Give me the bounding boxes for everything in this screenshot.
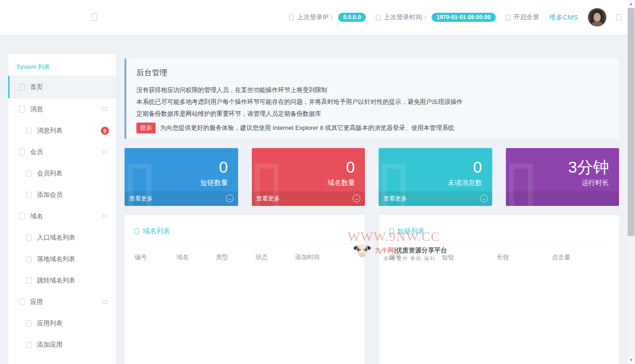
- sidebar-item-messages[interactable]: 消息: [8, 98, 116, 120]
- card-footer: [506, 191, 619, 206]
- sidebar-item-message-list[interactable]: 消息列表 0: [8, 120, 116, 141]
- stat-card-unread-messages[interactable]: 0 未读消息数 查看更多 →: [379, 148, 492, 206]
- user-avatar[interactable]: [588, 8, 606, 26]
- panel-title-domains: 域名列表: [135, 215, 354, 236]
- column-header: 类型: [216, 248, 255, 267]
- collapse-icon: [102, 108, 107, 111]
- sidebar-item-label: 落地域名列表: [37, 255, 75, 263]
- panel-title-text: 短链列表: [397, 227, 425, 236]
- top-header: 上次登录IP： 0.0.0.0 上次登录时间： 1970-01-01 08:00…: [0, 0, 635, 35]
- sidebar-title: System 列表: [8, 54, 116, 76]
- list-icon: [26, 170, 31, 177]
- short-link-list-panel: 短链列表 编号 短链 长链 点击量: [379, 215, 619, 364]
- sidebar-item-label: 会员列表: [37, 169, 62, 178]
- view-more-link[interactable]: 查看更多: [129, 191, 153, 206]
- view-more-link[interactable]: 查看更多: [256, 191, 280, 206]
- arrow-right-icon[interactable]: →: [480, 195, 488, 202]
- column-header: 点击量: [552, 248, 609, 267]
- last-login-time: 上次登录时间： 1970-01-01 08:00:00: [376, 13, 495, 22]
- sidebar-item-apps[interactable]: 应用: [8, 291, 116, 313]
- table-header-row: 编号 域名 类型 状态 添加时间: [135, 248, 354, 267]
- table-header-row: 编号 短链 长链 点击量: [389, 248, 609, 267]
- sidebar-item-home[interactable]: 首页: [8, 76, 116, 98]
- list-icon: [26, 256, 31, 262]
- app-icon: [19, 298, 25, 305]
- stat-label: 未读消息数: [379, 175, 492, 187]
- stat-label: 运行时长: [506, 175, 619, 187]
- list-icon: [26, 277, 31, 284]
- last-login-ip-label: 上次登录IP：: [297, 13, 335, 21]
- last-login-time-label: 上次登录时间：: [384, 13, 428, 21]
- sidebar-item-domains[interactable]: 域名: [8, 205, 116, 227]
- sidebar-item-label: 入口域名列表: [37, 234, 75, 242]
- notifications-icon[interactable]: [616, 14, 621, 21]
- sidebar-item-label: 域名: [30, 212, 43, 220]
- view-more-link[interactable]: 查看更多: [383, 191, 407, 206]
- note-line: 没有获得相应访问权限的管理人员，在某些功能操作环节上将受到限制: [136, 84, 609, 96]
- list-icon: [135, 228, 139, 234]
- sidebar-item-label: 应用: [30, 298, 43, 306]
- arrow-right-icon[interactable]: →: [226, 195, 234, 202]
- collapse-icon: [102, 150, 107, 154]
- last-login-time-value: 1970-01-01 08:00:00: [432, 13, 495, 22]
- stat-cards-row: 0 短链数量 查看更多 → 0 域名数量 查看更多 → 0 未读消息数 查看更多…: [125, 148, 619, 206]
- domain-table: 编号 域名 类型 状态 添加时间: [135, 248, 354, 267]
- stat-card-short-links[interactable]: 0 短链数量 查看更多 →: [125, 148, 238, 206]
- list-icon: [26, 235, 31, 241]
- sidebar-item-label: 消息列表: [37, 127, 62, 135]
- sidebar: System 列表 首页 消息 消息列表 0 会员 会员列表 添加会员 域名 入…: [8, 54, 116, 364]
- column-header: 编号: [135, 248, 177, 267]
- vertical-scrollbar[interactable]: ▲ ▼: [627, 0, 635, 364]
- clock-icon: [376, 15, 380, 21]
- stat-label: 短链数量: [125, 175, 238, 187]
- fullscreen-button[interactable]: 开启全屏: [506, 13, 539, 21]
- collapse-icon: [102, 215, 107, 218]
- sidebar-item-redirect-domain-list[interactable]: 跳转域名列表: [8, 270, 116, 291]
- panel-title-text: 域名列表: [143, 227, 170, 236]
- divider: [135, 244, 354, 244]
- tip-row: 提示 为向您提供更好的服务体验，建议您使用 Internet Explorer …: [136, 123, 609, 133]
- unread-badge: 0: [101, 127, 109, 135]
- sidebar-item-app-list[interactable]: 应用列表: [8, 313, 116, 334]
- admin-note-panel: 后台管理 没有获得相应访问权限的管理人员，在某些功能操作环节上将受到限制 本系统…: [125, 58, 619, 139]
- sidebar-item-label: 会员: [30, 148, 43, 156]
- plus-icon: [26, 342, 31, 348]
- sidebar-toggle-icon[interactable]: [92, 13, 97, 21]
- list-icon: [389, 228, 394, 234]
- column-header: 域名: [177, 248, 216, 267]
- card-footer: 查看更多 →: [379, 191, 492, 206]
- avatar-image: [588, 8, 606, 26]
- arrow-right-icon[interactable]: →: [353, 195, 360, 202]
- scrollbar-thumb[interactable]: [628, 8, 635, 236]
- stat-label: 域名数量: [252, 175, 365, 187]
- sidebar-item-member-list[interactable]: 会员列表: [8, 163, 116, 184]
- list-icon: [26, 320, 31, 327]
- tip-badge: 提示: [136, 123, 156, 133]
- sidebar-item-add-app[interactable]: 添加应用: [8, 334, 116, 355]
- sidebar-item-entry-domain-list[interactable]: 入口域名列表: [8, 227, 116, 248]
- domain-list-panel: 域名列表 编号 域名 类型 状态 添加时间: [125, 215, 364, 364]
- sidebar-item-add-member[interactable]: 添加会员: [8, 184, 116, 205]
- sidebar-item-landing-domain-list[interactable]: 落地域名列表: [8, 248, 116, 270]
- note-title: 后台管理: [136, 67, 609, 78]
- last-login-ip-value: 0.0.0.0: [338, 13, 366, 22]
- scroll-up-button[interactable]: ▲: [627, 0, 635, 8]
- sidebar-item-label: 首页: [30, 83, 43, 91]
- scroll-down-button[interactable]: ▼: [627, 356, 635, 364]
- sidebar-item-label: 应用列表: [37, 319, 62, 328]
- globe-icon: [19, 213, 25, 220]
- last-login-ip: 上次登录IP： 0.0.0.0: [289, 13, 366, 22]
- message-icon: [19, 106, 25, 113]
- user-icon: [19, 149, 25, 155]
- home-icon: [19, 84, 25, 91]
- stat-card-domains[interactable]: 0 域名数量 查看更多 →: [252, 148, 365, 206]
- column-header: 短链: [442, 248, 497, 267]
- column-header: 状态: [255, 248, 295, 267]
- column-header: 添加时间: [295, 248, 354, 267]
- brand-link[interactable]: 维多CMS: [549, 13, 578, 22]
- header-right: 上次登录IP： 0.0.0.0 上次登录时间： 1970-01-01 08:00…: [289, 0, 621, 35]
- collapse-icon: [102, 300, 107, 303]
- stat-card-uptime[interactable]: 3分钟 运行时长: [506, 148, 619, 206]
- sidebar-item-members[interactable]: 会员: [8, 141, 116, 163]
- tip-text: 为向您提供更好的服务体验，建议您使用 Internet Explorer 8 或…: [160, 124, 454, 132]
